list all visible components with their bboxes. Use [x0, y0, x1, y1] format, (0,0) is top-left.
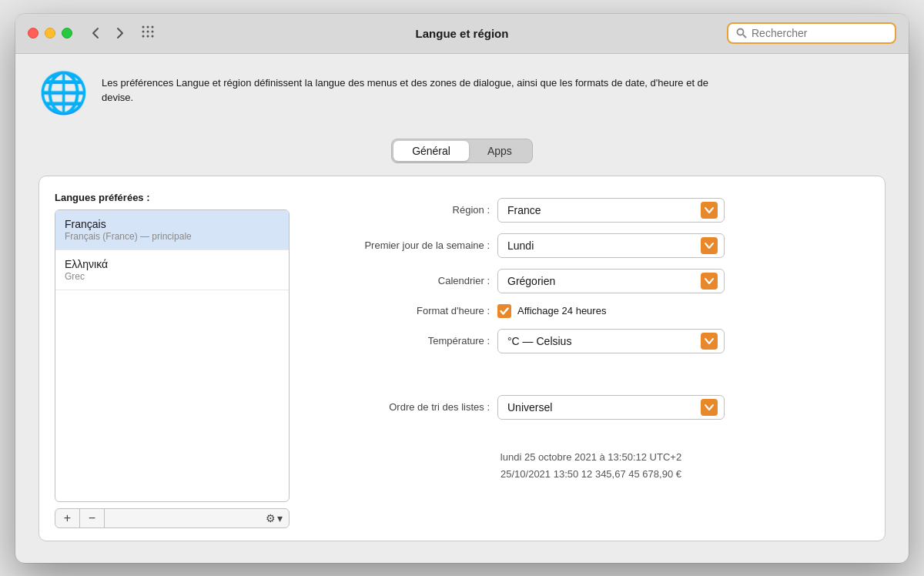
languages-label: Langues préférées :	[55, 192, 290, 203]
date-preview: lundi 25 octobre 2021 à 13:50:12 UTC+2 2…	[313, 449, 869, 483]
tabs-container: Général Apps	[38, 139, 886, 163]
first-day-label: Premier jour de la semaine :	[313, 239, 490, 251]
first-day-dropdown[interactable]: Lundi	[497, 233, 725, 258]
svg-point-0	[142, 25, 145, 28]
region-label: Région :	[313, 204, 490, 216]
date-preview-line2: 25/10/2021 13:50 12 345,67 45 678,90 €	[313, 466, 869, 483]
region-row: Région : France	[313, 198, 869, 223]
calendar-label: Calendrier :	[313, 275, 490, 286]
region-value: France	[507, 204, 541, 216]
back-button[interactable]	[85, 22, 106, 44]
language-name: Ελληνικά	[65, 258, 280, 270]
region-dropdown[interactable]: France	[497, 198, 725, 223]
sort-order-value: Universel	[507, 401, 552, 414]
gear-menu-button[interactable]: ⚙ ▾	[259, 508, 289, 528]
temperature-row: Température : °C — Celsius	[313, 329, 869, 353]
calendar-dropdown[interactable]: Grégorien	[497, 269, 725, 293]
svg-point-3	[142, 30, 145, 32]
dropdown-arrow-icon	[701, 202, 718, 219]
globe-icon: 🌐	[38, 72, 88, 122]
languages-section: Langues préférées : Français Français (F…	[55, 192, 290, 528]
svg-point-6	[142, 35, 145, 37]
language-name: Français	[65, 218, 280, 230]
traffic-lights	[28, 28, 72, 39]
svg-line-10	[743, 35, 746, 38]
forward-button[interactable]	[109, 22, 131, 44]
svg-point-5	[152, 30, 154, 32]
first-day-value: Lundi	[507, 239, 534, 252]
time-format-row: Format d'heure : Affichage 24 heures	[313, 304, 869, 318]
calendar-value: Grégorien	[507, 275, 555, 287]
sort-order-label: Ordre de tri des listes :	[313, 401, 490, 413]
remove-language-button[interactable]: −	[80, 508, 105, 528]
sort-order-row: Ordre de tri des listes : Universel	[313, 395, 869, 420]
dropdown-arrow-icon	[701, 333, 718, 350]
dropdown-arrow-icon	[701, 237, 718, 254]
dropdown-arrow-icon	[701, 399, 718, 416]
svg-point-7	[147, 35, 149, 37]
first-day-row: Premier jour de la semaine : Lundi	[313, 233, 869, 258]
svg-point-1	[147, 25, 149, 28]
svg-point-8	[152, 35, 154, 37]
list-item[interactable]: Français Français (France) — principale	[55, 210, 289, 250]
header-description: Les préférences Langue et région définis…	[102, 72, 733, 105]
search-box[interactable]	[727, 22, 896, 44]
main-window: Langue et région 🌐 Les préférences Langu…	[15, 14, 909, 563]
main-panel: Langues préférées : Français Français (F…	[38, 176, 886, 541]
maximize-button[interactable]	[62, 28, 72, 39]
chevron-down-icon: ▾	[277, 512, 283, 524]
settings-section: Région : France Premier jour de la semai…	[313, 192, 869, 528]
list-item[interactable]: Ελληνικά Grec	[55, 250, 289, 290]
svg-point-4	[147, 30, 149, 32]
list-spacer	[55, 290, 289, 501]
time-format-checkbox-label: Affichage 24 heures	[517, 305, 606, 316]
list-toolbar: + − ⚙ ▾	[55, 508, 290, 528]
checkbox-row: Affichage 24 heures	[497, 304, 606, 318]
tab-general[interactable]: Général	[393, 141, 469, 161]
gear-icon: ⚙	[266, 512, 276, 524]
minimize-button[interactable]	[45, 28, 55, 39]
languages-list: Français Français (France) — principale …	[55, 209, 290, 502]
temperature-value: °C — Celsius	[507, 335, 571, 347]
search-input[interactable]	[752, 27, 887, 39]
header-row: 🌐 Les préférences Langue et région défin…	[38, 72, 886, 122]
temperature-label: Température :	[313, 335, 490, 347]
window-title: Langue et région	[416, 27, 509, 40]
titlebar: Langue et région	[15, 14, 909, 54]
time-format-label: Format d'heure :	[313, 305, 490, 316]
grid-icon[interactable]	[140, 24, 156, 43]
language-sub: Grec	[65, 271, 280, 282]
temperature-dropdown[interactable]: °C — Celsius	[497, 329, 725, 353]
content-area: 🌐 Les préférences Langue et région défin…	[15, 54, 909, 563]
sort-order-dropdown[interactable]: Universel	[497, 395, 725, 420]
nav-buttons	[85, 22, 131, 44]
add-language-button[interactable]: +	[55, 508, 80, 528]
svg-point-9	[738, 29, 744, 35]
svg-point-2	[152, 25, 154, 28]
dropdown-arrow-icon	[701, 273, 718, 290]
time-format-checkbox[interactable]	[497, 304, 511, 318]
search-icon	[736, 28, 747, 39]
date-preview-line1: lundi 25 octobre 2021 à 13:50:12 UTC+2	[313, 449, 869, 466]
tabs: Général Apps	[391, 139, 533, 163]
close-button[interactable]	[28, 28, 38, 39]
calendar-row: Calendrier : Grégorien	[313, 269, 869, 293]
language-sub: Français (France) — principale	[65, 231, 280, 242]
tab-apps[interactable]: Apps	[469, 141, 531, 161]
